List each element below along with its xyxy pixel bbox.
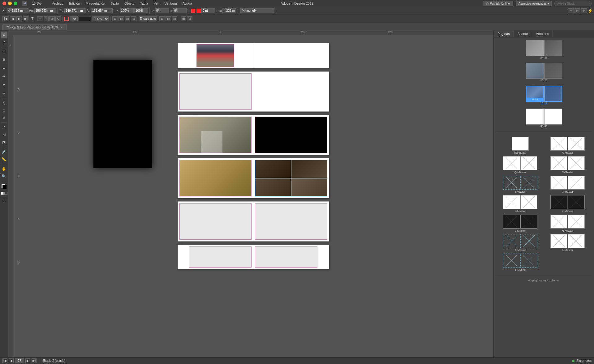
collage-photo-2[interactable] xyxy=(291,160,327,178)
align-left-btn[interactable]: ⊨ xyxy=(568,8,574,13)
page-thumb-27[interactable] xyxy=(544,63,562,79)
gap-tool[interactable]: ⊟ xyxy=(1,56,7,63)
master-b[interactable]: b-Master xyxy=(497,215,543,232)
menu-ventana[interactable]: Ventana xyxy=(162,1,179,6)
rectangle-tool[interactable]: □ xyxy=(1,107,7,114)
stroke-color[interactable] xyxy=(191,9,195,13)
frame-btn1[interactable]: ⊞ xyxy=(181,16,186,21)
stroke-input[interactable] xyxy=(201,8,215,13)
line-tool[interactable]: ╲ xyxy=(1,100,7,106)
menu-texto[interactable]: Texto xyxy=(108,1,121,6)
placeholder-frame-right[interactable] xyxy=(255,203,327,240)
placeholder-frame-6r[interactable] xyxy=(255,246,317,268)
tb2-btn2[interactable]: ◀ xyxy=(10,16,15,21)
type-on-path-tool[interactable]: T̶ xyxy=(1,90,7,97)
preview-mode-btn[interactable]: ⊡ xyxy=(1,198,7,204)
scale-tool[interactable]: ⇲ xyxy=(1,131,7,138)
canvas-scroll[interactable]: 0 0 0 0 0 xyxy=(13,35,493,357)
master-c[interactable]: C-Master xyxy=(545,156,590,174)
minimize-button[interactable] xyxy=(8,2,12,5)
w-input[interactable] xyxy=(222,8,236,13)
col-btn3[interactable]: ⊠ xyxy=(172,16,177,21)
tab-vinculos[interactable]: Vínculos xyxy=(532,30,553,37)
rotate-btn[interactable]: ↺ xyxy=(49,16,55,21)
hand-tool[interactable]: ✋ xyxy=(1,165,7,172)
al-input[interactable] xyxy=(91,8,113,13)
page-thumb-30[interactable] xyxy=(526,109,544,125)
placeholder-frame-1[interactable] xyxy=(179,73,252,110)
collage-photo-4[interactable] xyxy=(291,178,327,196)
scale-y-input[interactable] xyxy=(134,8,148,13)
page-thumb-28[interactable]: 28-29 xyxy=(526,86,544,102)
menu-archivo[interactable]: Archivo xyxy=(50,1,66,6)
pen-tool[interactable]: ✒ xyxy=(1,66,7,72)
doc-tab[interactable]: *Cuca & Leo Páginas.indd @ 15% ✕ xyxy=(2,24,67,30)
menu-tabla[interactable]: Tabla xyxy=(137,1,150,6)
tab-paginas[interactable]: Páginas xyxy=(494,30,514,37)
scale-x-input[interactable] xyxy=(120,8,134,13)
collage-photo-1[interactable] xyxy=(255,160,291,178)
publish-online-button[interactable]: ⬡ Publish Online xyxy=(483,1,513,6)
close-button[interactable] xyxy=(2,2,6,5)
view-mode-btn4[interactable]: ⊡ xyxy=(131,16,136,21)
master-c-lower[interactable]: c-Master xyxy=(545,195,590,213)
placeholder-frame-left[interactable] xyxy=(179,203,252,240)
y-input[interactable] xyxy=(64,8,86,13)
normal-mode-icon[interactable] xyxy=(1,192,4,195)
auto-fit-input[interactable] xyxy=(139,16,157,21)
last-page-btn[interactable]: ▶| xyxy=(32,358,37,363)
x-input[interactable] xyxy=(7,8,28,13)
page-number-input[interactable] xyxy=(15,358,24,363)
photo-frame-man-tie[interactable] xyxy=(196,44,234,67)
opacity-select[interactable]: 100% xyxy=(92,16,109,21)
page-thumb-29[interactable] xyxy=(544,86,562,102)
ellipse-tool[interactable]: ○ xyxy=(1,114,7,121)
none-icon[interactable] xyxy=(4,192,7,195)
measure-tool[interactable]: 📏 xyxy=(1,156,7,163)
menu-ayuda[interactable]: Ayuda xyxy=(180,1,195,6)
master-n[interactable]: N-Master xyxy=(545,215,590,232)
master-q[interactable]: Q-Master xyxy=(497,156,543,174)
rotate-tool[interactable]: ↺ xyxy=(1,124,7,131)
align-center-btn[interactable]: ⊩ xyxy=(575,8,580,13)
maximize-button[interactable] xyxy=(14,2,17,5)
master-z[interactable]: Z-Master xyxy=(545,176,590,193)
select-tool[interactable]: ▲ xyxy=(1,32,7,38)
view-mode-btn1[interactable]: ⊞ xyxy=(112,16,118,21)
menu-edicion[interactable]: Edición xyxy=(67,1,83,6)
view-mode-btn2[interactable]: ⊟ xyxy=(118,16,124,21)
photo-frame-getting-ready[interactable] xyxy=(179,117,252,153)
master-e[interactable]: E-Master xyxy=(497,254,543,271)
stroke-select[interactable] xyxy=(70,16,78,21)
align-right-btn[interactable]: ⊫ xyxy=(581,8,587,13)
eyedropper-tool[interactable]: 💉 xyxy=(1,148,7,155)
menu-ver[interactable]: Ver xyxy=(151,1,161,6)
shear-tool[interactable]: ⬔ xyxy=(1,139,7,146)
tab-alinear[interactable]: Alinear xyxy=(514,30,532,37)
stroke-swatch[interactable] xyxy=(2,185,7,189)
page-tool[interactable]: ⊞ xyxy=(1,49,7,55)
rotate-cw-btn[interactable]: ↻ xyxy=(55,16,61,21)
menu-maquetacion[interactable]: Maquetación xyxy=(83,1,108,6)
fill-color[interactable] xyxy=(196,9,201,13)
prev-page-btn[interactable]: ◀ xyxy=(9,358,14,363)
frame-btn2[interactable]: ⊟ xyxy=(187,16,192,21)
menu-objeto[interactable]: Objeto xyxy=(122,1,137,6)
master-h[interactable]: h-Master xyxy=(545,234,590,252)
page-thumb-31[interactable] xyxy=(544,109,562,125)
direct-select-tool[interactable]: ↗ xyxy=(1,39,7,46)
master-ninguna[interactable]: [Ninguna] xyxy=(497,137,543,154)
tab-close-icon[interactable]: ✕ xyxy=(60,26,63,29)
pencil-tool[interactable]: ✏ xyxy=(1,73,7,80)
stroke-swatch2[interactable] xyxy=(64,17,69,21)
collage-photo-3[interactable] xyxy=(255,178,291,196)
workspace-selector[interactable]: Aspectos esenciales ▾ xyxy=(516,1,552,6)
an-input[interactable] xyxy=(34,8,56,13)
zoom-tool[interactable]: 🔍 xyxy=(1,173,7,180)
next-page-btn[interactable]: ▶ xyxy=(25,358,30,363)
style-input[interactable] xyxy=(240,8,274,13)
col-btn1[interactable]: ⊞ xyxy=(159,16,165,21)
flip-v-btn[interactable]: ↕ xyxy=(44,16,49,21)
placeholder-frame-6l[interactable] xyxy=(189,246,252,268)
tb2-btn4[interactable]: ▶| xyxy=(23,16,29,21)
